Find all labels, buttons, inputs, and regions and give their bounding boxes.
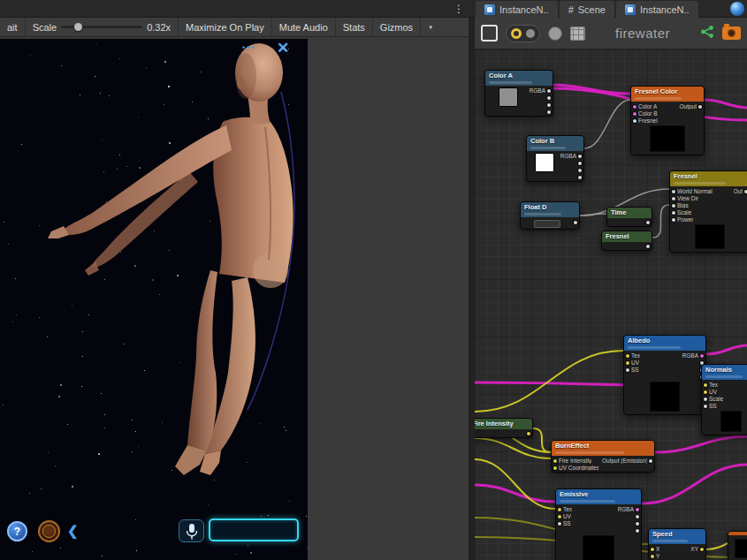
input-port[interactable]: View Dir	[672, 195, 713, 201]
asset-grid-button[interactable]	[570, 26, 585, 41]
node-float-d[interactable]: Float D	[520, 201, 580, 230]
output-port[interactable]	[560, 174, 582, 180]
input-port[interactable]: Scale	[672, 209, 713, 216]
port-dot[interactable]	[651, 555, 654, 558]
output-port[interactable]	[560, 160, 582, 166]
input-port[interactable]: Scale	[704, 396, 723, 402]
value-field[interactable]	[534, 220, 560, 228]
input-port[interactable]: Color A	[633, 103, 658, 110]
maximize-on-play-button[interactable]: Maximize On Play	[179, 18, 271, 36]
input-port[interactable]: Fire Intensity	[553, 458, 598, 464]
port-dot[interactable]	[626, 368, 629, 372]
port-dot[interactable]	[636, 522, 639, 526]
scale-slider[interactable]	[61, 26, 142, 28]
tab-instance-node-2[interactable]: InstanceN..	[616, 1, 698, 18]
share-graph-button[interactable]	[700, 25, 714, 42]
port-dot[interactable]	[578, 169, 582, 172]
tab-scene[interactable]: # Scene	[560, 1, 614, 18]
output-port[interactable]	[644, 243, 650, 249]
node-color-a[interactable]: Color ARGBA	[484, 70, 553, 117]
port-dot[interactable]	[636, 508, 639, 511]
output-port[interactable]: RGBA	[682, 352, 704, 359]
port-dot[interactable]	[547, 110, 551, 114]
input-port[interactable]: Bias	[672, 202, 713, 208]
mute-audio-button[interactable]: Mute Audio	[272, 18, 335, 36]
output-port[interactable]	[572, 219, 577, 225]
node-color-b[interactable]: Color BRGBA	[526, 135, 584, 182]
output-port[interactable]: RGBA	[560, 153, 582, 159]
back-chevron-icon[interactable]: ❮	[67, 523, 79, 539]
chat-input[interactable]	[209, 518, 299, 541]
output-port[interactable]	[644, 219, 650, 225]
color-swatch[interactable]	[535, 153, 554, 172]
overflow-menu-icon[interactable]: ⋮	[451, 0, 467, 18]
port-dot[interactable]	[578, 155, 582, 158]
tab-instance-node-1[interactable]: InstanceN..	[476, 1, 558, 18]
output-port[interactable]: XY	[690, 546, 704, 552]
port-dot[interactable]	[574, 221, 577, 224]
input-port[interactable]: SS	[704, 403, 723, 409]
port-dot[interactable]	[651, 548, 654, 551]
gizmos-button[interactable]: Gizmos	[373, 18, 420, 36]
output-port[interactable]	[618, 513, 639, 519]
node-fire-intensity[interactable]: Fire Intensity	[475, 418, 533, 438]
input-port[interactable]: UV Coordinates	[553, 465, 598, 471]
game-view[interactable]: ••• ✕ ? ❮	[0, 39, 308, 560]
sphere-preview-button[interactable]	[548, 26, 562, 41]
input-port[interactable]: UV	[704, 389, 723, 395]
output-port[interactable]	[530, 95, 551, 101]
port-dot[interactable]	[636, 529, 639, 533]
help-button[interactable]: ?	[7, 521, 27, 541]
node-fresnel-node[interactable]: FresnelWorld NormalView DirBiasScalePowe…	[669, 170, 747, 253]
live-preview-button[interactable]	[481, 25, 498, 42]
input-port[interactable]: Tex	[558, 506, 572, 512]
output-port[interactable]	[618, 527, 639, 534]
node-emissive[interactable]: EmissiveTexUVSSRGBA	[555, 488, 642, 560]
input-port[interactable]: Tex	[704, 382, 723, 388]
input-port[interactable]: SS	[626, 367, 640, 373]
port-dot[interactable]	[704, 383, 707, 387]
port-dot[interactable]	[553, 466, 557, 470]
output-port[interactable]	[560, 167, 582, 173]
port-dot[interactable]	[672, 204, 675, 208]
seal-logo[interactable]	[38, 520, 60, 542]
input-port[interactable]: Tex	[626, 352, 640, 359]
input-port[interactable]: SS	[558, 520, 572, 526]
node-normals[interactable]: NormalsTexUVScaleSS	[701, 364, 747, 435]
port-dot[interactable]	[646, 221, 650, 224]
port-dot[interactable]	[704, 405, 707, 408]
output-port[interactable]	[530, 109, 551, 115]
port-dot[interactable]	[636, 515, 639, 518]
output-port[interactable]: RGBA	[618, 506, 639, 512]
output-port[interactable]: Output	[679, 103, 702, 110]
output-port[interactable]: Output (Emission)	[602, 458, 652, 464]
port-dot[interactable]	[704, 390, 707, 394]
output-port[interactable]: Out	[734, 188, 747, 194]
color-swatch[interactable]	[499, 87, 518, 107]
output-port[interactable]	[682, 359, 704, 366]
stats-button[interactable]: Stats	[336, 18, 372, 36]
output-port[interactable]	[618, 520, 639, 526]
port-dot[interactable]	[547, 103, 551, 107]
input-port[interactable]: World Normal	[672, 188, 713, 194]
port-dot[interactable]	[578, 176, 582, 179]
port-dot[interactable]	[633, 105, 636, 109]
node-time[interactable]: Time	[606, 207, 652, 227]
drag-handle-dots[interactable]: •••	[242, 43, 255, 52]
node-fresnel-mini[interactable]: Fresnel	[601, 231, 652, 251]
close-icon[interactable]: ✕	[277, 39, 289, 57]
microphone-button[interactable]	[179, 519, 204, 542]
port-dot[interactable]	[633, 119, 636, 123]
port-dot[interactable]	[649, 459, 652, 463]
port-dot[interactable]	[527, 432, 530, 435]
input-port[interactable]: Power	[672, 216, 713, 223]
output-port[interactable]	[525, 430, 530, 436]
node-fresnel-color[interactable]: Fresnel ColorColor AColor BFresnelOutput	[630, 86, 705, 155]
port-dot[interactable]	[633, 112, 636, 116]
toggle-pill[interactable]	[506, 25, 540, 42]
port-dot[interactable]	[578, 162, 582, 165]
input-port[interactable]: X	[651, 546, 659, 552]
port-dot[interactable]	[672, 197, 675, 201]
scale-slider-knob[interactable]	[74, 23, 82, 31]
port-dot[interactable]	[672, 211, 675, 215]
